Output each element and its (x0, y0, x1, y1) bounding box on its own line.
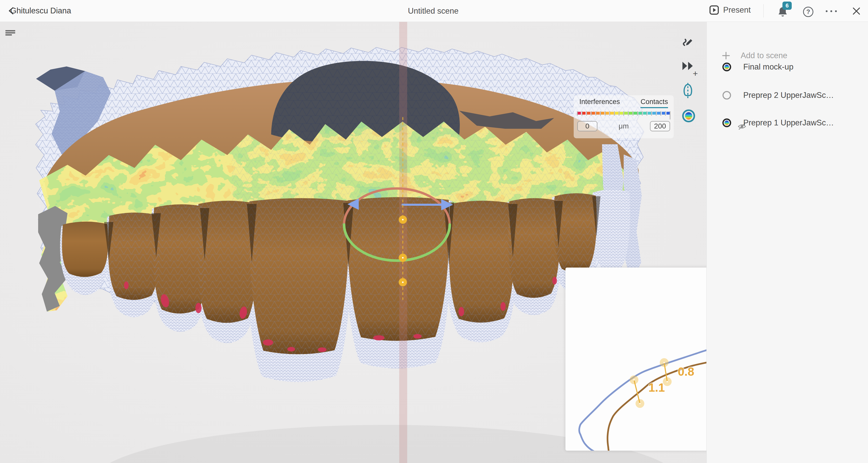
top-bar: Ghitulescu Diana Untitled scene Present … (0, 0, 868, 22)
analysis-tabs: Interferences Contacts (574, 95, 674, 108)
scene-title[interactable]: Untitled scene (408, 6, 459, 16)
colorbar-tick (600, 111, 601, 115)
colorbar-tick (623, 111, 624, 115)
scene-item-final-mockup[interactable]: Final mock-up (722, 62, 794, 72)
colorbar-tick (660, 111, 661, 115)
colorbar-segment (633, 112, 637, 114)
colorbar-segment (652, 112, 656, 114)
scene-item-preprep1[interactable]: Preprep 1 UpperJawSc… (722, 118, 834, 128)
close-icon[interactable] (852, 7, 861, 15)
more-menu-icon[interactable] (826, 10, 837, 12)
contacts-panel: Interferences Contacts 0 μm 200 (574, 95, 674, 138)
present-icon (709, 5, 719, 15)
scene-item-preprep2[interactable]: Preprep 2 UpperJawSc… (722, 91, 834, 100)
colorbar-tick (610, 111, 610, 115)
add-step-icon[interactable]: + (693, 68, 698, 78)
view-menu-icon[interactable] (5, 30, 16, 36)
colorbar-tick (586, 111, 587, 115)
contacts-colorbar (577, 112, 670, 119)
colorbar-segment (591, 112, 595, 114)
scale-min-input[interactable]: 0 (577, 121, 597, 131)
scale-unit-label: μm (597, 122, 650, 130)
scene-item-label: Preprep 2 UpperJawSc… (743, 91, 834, 100)
tab-interferences[interactable]: Interferences (579, 98, 620, 108)
colormap-tool-icon[interactable] (682, 109, 695, 123)
tab-contacts[interactable]: Contacts (641, 98, 668, 108)
add-to-scene-button[interactable]: Add to scene (722, 51, 787, 60)
app-window: Ghitulescu Diana Untitled scene Present … (0, 0, 868, 463)
colorbar-tick (642, 111, 643, 115)
patient-name[interactable]: Ghitulescu Diana (10, 6, 71, 15)
scale-max-input[interactable]: 200 (650, 121, 670, 131)
colorbar-tick (637, 111, 638, 115)
annotate-tool-icon[interactable] (681, 35, 694, 48)
colorbar-segment (639, 112, 642, 114)
radio-selected-colormap-icon[interactable] (722, 62, 732, 72)
colorbar-tick (596, 111, 596, 115)
add-to-scene-label: Add to scene (741, 51, 787, 60)
svg-text:1.1: 1.1 (648, 381, 665, 394)
measurement: 1.1 (630, 375, 665, 408)
measurement: 0.8 (660, 358, 694, 386)
colorbar-tick (670, 111, 671, 120)
colorbar-segment (615, 112, 619, 114)
colorbar-segment (648, 112, 651, 114)
colorbar-segment (601, 112, 604, 114)
colorbar-tick (651, 111, 652, 115)
colorbar-tick (647, 111, 647, 115)
colorbar-tick (591, 111, 592, 115)
radio-unselected-icon[interactable] (722, 91, 732, 100)
colorbar-segment (582, 112, 586, 114)
colorbar-segment (629, 112, 632, 114)
colorbar-tick (577, 111, 578, 115)
colorbar-segment (643, 112, 647, 114)
topbar-divider (763, 4, 764, 18)
svg-text:0.8: 0.8 (678, 365, 694, 378)
colorbar-tick (582, 111, 583, 115)
plus-icon (722, 52, 730, 60)
colorbar-segment (596, 112, 600, 114)
notification-count-badge: 6 (782, 2, 792, 10)
colorbar-tick (633, 111, 633, 115)
scene-panel: Add to scene Final mock-up (706, 22, 868, 463)
colorbar-tick (628, 111, 629, 115)
colorbar-tick (656, 111, 657, 115)
colorbar-segment (587, 112, 590, 114)
help-icon[interactable]: ? (803, 7, 813, 17)
colorbar-segment (610, 112, 614, 114)
colorbar-tick (605, 111, 606, 115)
colorbar-tick (614, 111, 615, 115)
colorbar-segment (577, 112, 581, 114)
colorbar-segment (606, 112, 609, 114)
present-label: Present (723, 5, 751, 15)
scene-item-label: Preprep 1 UpperJawSc… (743, 118, 834, 128)
radio-selected-colormap-icon[interactable] (722, 118, 732, 128)
present-button[interactable]: Present (709, 5, 751, 15)
cross-section-tool-icon[interactable] (681, 83, 694, 98)
play-sequence-icon[interactable] (682, 61, 694, 71)
colorbar-tick (619, 111, 620, 115)
colorbar-tick (665, 111, 666, 115)
scene-item-label: Final mock-up (743, 62, 794, 72)
colorbar-segment (620, 112, 623, 114)
colorbar-segment (624, 112, 628, 114)
